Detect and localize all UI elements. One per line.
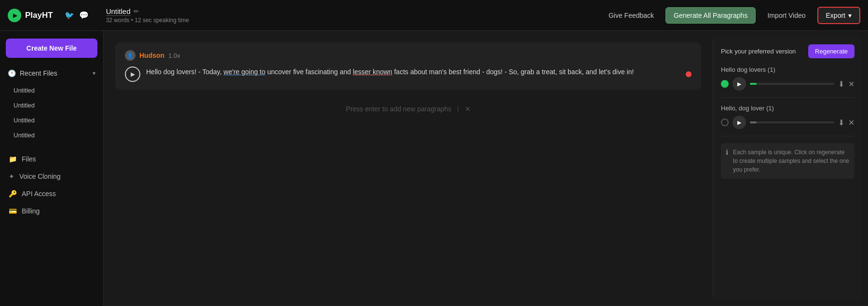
version-1-radio[interactable] <box>721 80 729 88</box>
version-2-close-icon[interactable]: ✕ <box>848 118 854 127</box>
version-item-2: Hello, dog lover (1) ▶ ⬇ ✕ <box>721 105 854 136</box>
sidebar-item-voice-cloning[interactable]: ✦ Voice Cloning <box>4 168 99 185</box>
sidebar-item-api-access[interactable]: 🔑 API Access <box>4 185 99 202</box>
paragraph-controls: ▶ Hello dog lovers! - Today, we're going… <box>125 67 692 82</box>
add-paragraph-text: Press enter to add new paragraphs <box>346 105 451 113</box>
sidebar-item-billing-label: Billing <box>22 207 40 215</box>
discord-icon[interactable]: 💬 <box>79 11 89 20</box>
text-segment-5: facts about man's best friend - dogs! - … <box>392 68 634 76</box>
billing-icon: 💳 <box>9 207 17 215</box>
version-1-close-icon[interactable]: ✕ <box>848 80 854 89</box>
play-button[interactable]: ▶ <box>125 67 140 82</box>
recent-files-label: Recent Files <box>20 69 89 77</box>
voice-avatar-icon: 👤 <box>127 53 134 59</box>
version-1-controls: ▶ ⬇ ✕ <box>721 77 854 91</box>
version-2-waveform <box>750 121 834 123</box>
voice-cloning-icon: ✦ <box>9 173 14 180</box>
sidebar-nav: 📁 Files ✦ Voice Cloning 🔑 API Access 💳 B… <box>0 150 103 220</box>
version-2-label: Hello, dog lover (1) <box>721 105 854 112</box>
sidebar-files-list: Untitled Untitled Untitled Untitled <box>4 83 99 143</box>
twitter-icon[interactable]: 🐦 <box>65 11 74 20</box>
text-segment-3: uncover five fascinating and <box>265 68 353 76</box>
voice-avatar: 👤 <box>125 50 136 61</box>
recent-files-section: 🕐 Recent Files ▾ Untitled Untitled Untit… <box>0 66 103 143</box>
text-segment-4: lesser known <box>353 68 393 76</box>
sidebar-item-files[interactable]: 📁 Files <box>4 150 99 168</box>
playht-logo-icon <box>8 9 21 22</box>
api-key-icon: 🔑 <box>9 190 17 198</box>
regenerate-button[interactable]: Regenerate <box>808 44 854 58</box>
paragraph-block: 👤 Hudson 1.0x ▶ Hello dog lovers! - Toda… <box>115 42 701 90</box>
version-1-waveform <box>750 83 834 85</box>
export-button[interactable]: Export ▾ <box>817 7 860 24</box>
logo-text: PlayHT <box>25 11 53 20</box>
file-meta: 32 words • 12 sec speaking time <box>106 17 595 24</box>
voice-name[interactable]: Hudson <box>139 52 164 59</box>
version-2-waveform-fill <box>750 121 757 123</box>
version-panel-title: Pick your preferred version <box>721 48 796 55</box>
logo: PlayHT <box>8 9 53 22</box>
record-dot <box>686 71 692 77</box>
text-segment-2: we're going to <box>224 68 266 76</box>
file-title: Untitled <box>106 7 131 16</box>
file-info: Untitled ✏ 32 words • 12 sec speaking ti… <box>96 7 595 24</box>
sidebar-item-billing[interactable]: 💳 Billing <box>4 202 99 220</box>
add-divider: | <box>457 105 459 113</box>
version-info: ℹ Each sample is unique. Click on regene… <box>721 143 854 179</box>
export-label: Export <box>826 12 845 19</box>
file-title-row: Untitled ✏ <box>106 7 595 16</box>
add-paragraph-hint: Press enter to add new paragraphs | ✕ <box>115 97 701 120</box>
voice-speed[interactable]: 1.0x <box>168 52 180 59</box>
sidebar-item-files-label: Files <box>22 155 36 163</box>
files-icon: 📁 <box>9 155 17 163</box>
feedback-button[interactable]: Give Feedback <box>603 8 660 23</box>
version-2-play-button[interactable]: ▶ <box>732 116 746 129</box>
voice-header: 👤 Hudson 1.0x <box>125 50 692 61</box>
version-1-label: Hello dog lovers (1) <box>721 66 854 73</box>
text-segment-1: Hello dog lovers! - Today, <box>146 68 224 76</box>
export-chevron-icon: ▾ <box>848 12 852 19</box>
version-1-play-button[interactable]: ▶ <box>732 77 746 91</box>
sidebar-file-item[interactable]: Untitled <box>8 83 95 98</box>
info-icon: ℹ <box>726 148 728 156</box>
clock-icon: 🕐 <box>8 69 16 77</box>
generate-button[interactable]: Generate All Paragraphs <box>665 7 756 24</box>
version-2-radio[interactable] <box>721 119 729 126</box>
version-panel: Pick your preferred version Regenerate H… <box>713 37 862 300</box>
version-2-controls: ▶ ⬇ ✕ <box>721 116 854 129</box>
sidebar-file-item[interactable]: Untitled <box>8 128 95 143</box>
main-layout: Create New File 🕐 Recent Files ▾ Untitle… <box>0 31 868 306</box>
version-header: Pick your preferred version Regenerate <box>721 44 854 58</box>
sidebar-file-item[interactable]: Untitled <box>8 113 95 128</box>
edit-icon[interactable]: ✏ <box>134 8 139 15</box>
chevron-down-icon: ▾ <box>93 70 95 77</box>
editor-content: 👤 Hudson 1.0x ▶ Hello dog lovers! - Toda… <box>104 31 713 306</box>
version-1-waveform-fill <box>750 83 757 85</box>
import-video-button[interactable]: Import Video <box>761 8 811 23</box>
recent-files-header[interactable]: 🕐 Recent Files ▾ <box>4 66 99 81</box>
sidebar-item-voice-cloning-label: Voice Cloning <box>19 173 61 180</box>
topbar-actions: Give Feedback Generate All Paragraphs Im… <box>603 7 860 24</box>
close-icon[interactable]: ✕ <box>465 105 471 113</box>
create-new-file-button[interactable]: Create New File <box>6 39 97 58</box>
topbar: PlayHT 🐦 💬 Untitled ✏ 32 words • 12 sec … <box>0 0 868 31</box>
paragraph-text[interactable]: Hello dog lovers! - Today, we're going t… <box>146 67 680 77</box>
sidebar-file-item[interactable]: Untitled <box>8 98 95 113</box>
social-icons: 🐦 💬 <box>65 11 89 20</box>
sidebar-item-api-label: API Access <box>22 190 56 198</box>
version-item-1: Hello dog lovers (1) ▶ ⬇ ✕ <box>721 66 854 98</box>
version-1-download-icon[interactable]: ⬇ <box>838 80 844 89</box>
sidebar: Create New File 🕐 Recent Files ▾ Untitle… <box>0 31 104 306</box>
version-info-text: Each sample is unique. Click on regenera… <box>733 148 850 174</box>
version-2-download-icon[interactable]: ⬇ <box>838 118 844 127</box>
